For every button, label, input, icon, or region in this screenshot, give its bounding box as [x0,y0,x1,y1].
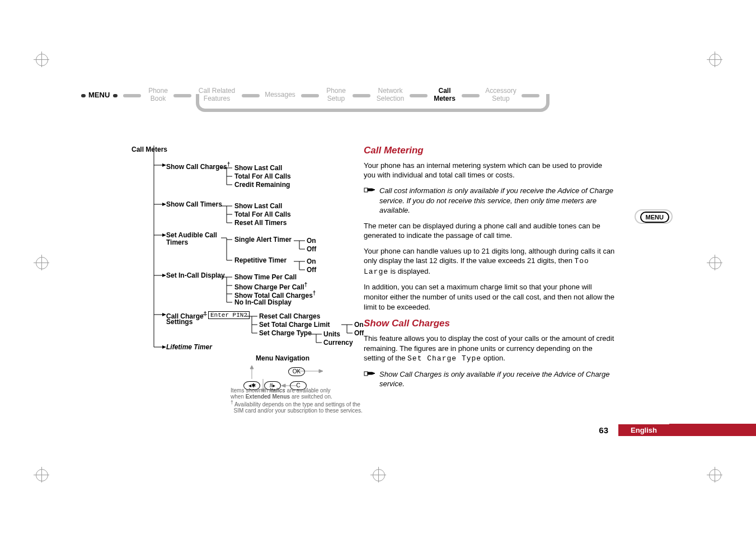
menu-marker [81,94,86,97]
node-total-all-calls: Total For All Calls [234,172,291,180]
svg-rect-15 [364,188,368,192]
node-on: On [354,321,364,329]
registration-mark [707,255,722,270]
note-show-call-charges: Show Call Charges is only available if y… [364,369,616,389]
key-ok: OK [288,367,305,376]
svg-rect-16 [364,372,368,376]
node-single-alert-timer: Single Alert Timer [234,236,292,243]
node-show-last-call-2: Show Last Call [234,202,282,210]
paragraph: Your phone has an internal metering syst… [364,161,616,180]
svg-marker-5 [162,313,166,316]
page-number: 63 [599,425,608,435]
heading-call-metering: Call Metering [364,144,616,157]
crumb-phone-book: Phone Book [143,87,173,102]
crumb-connector [173,94,191,97]
registration-mark [34,255,49,270]
crumb-connector [123,94,141,97]
node-set-audible-call: Set Audible Call [166,231,217,239]
node-off: Off [307,245,316,253]
menu-navigation-legend: Menu Navigation OK ◂✱ #▸ C [229,354,336,392]
registration-mark [707,467,722,483]
svg-marker-2 [162,203,166,206]
node-total-all-calls-2: Total For All Calls [234,210,291,218]
node-reset-all-timers: Reset All Timers [234,219,287,227]
node-show-last-call: Show Last Call [234,164,282,172]
registration-mark [34,467,49,483]
svg-marker-8 [250,366,253,369]
node-settings: Settings [166,318,192,326]
node-set-in-call-display: Set In-Call Display [166,271,225,279]
node-show-call-timers: Show Call Timers [166,200,222,208]
node-on: On [307,257,316,265]
node-reset-call-charges: Reset Call Charges [259,312,320,320]
menu-breadcrumb: MENU Phone Book Call Related Features Me… [84,84,644,115]
menu-nav-title: Menu Navigation [229,354,336,362]
paragraph: In addition, you can set a maximum charg… [364,282,616,312]
node-on: On [307,237,316,245]
svg-marker-3 [162,233,166,237]
menu-root-label: MENU [88,91,110,99]
node-currency: Currency [323,339,353,346]
node-show-call-charges: Show Call Charges† [166,161,230,171]
language-badge: English [618,424,669,436]
pointing-hand-icon [364,369,376,380]
node-timers: Timers [166,238,188,246]
node-set-charge-type: Set Charge Type [259,329,312,337]
page-footer: 63 English [599,424,669,436]
registration-mark [707,51,722,67]
node-show-time-per-call: Show Time Per Call [234,273,297,281]
paragraph: This feature allows you to display the c… [364,334,616,364]
breadcrumb-return [196,94,550,112]
node-set-total-charge-limit: Set Total Charge Limit [259,321,330,329]
node-enter-pin2: Enter PIN2 [208,311,250,319]
content-column: Call Metering Your phone has an internal… [364,144,616,395]
node-credit-remaining: Credit Remaining [234,181,290,189]
node-off: Off [307,266,316,274]
node-repetitive-timer: Repetitive Timer [234,256,287,264]
node-off: Off [354,329,364,337]
call-meters-tree: Call Meters Show C [132,146,367,158]
heading-show-call-charges: Show Call Charges [364,317,616,330]
node-units: Units [323,330,340,338]
svg-marker-4 [162,274,166,277]
pointing-hand-icon [364,186,376,196]
registration-mark [34,51,49,67]
tree-footnotes: Items shown in Italics are available onl… [231,387,376,414]
registration-mark [370,467,386,483]
footer-red-strip [669,424,756,436]
paragraph: The meter can be displayed during a phon… [364,221,616,241]
svg-marker-1 [162,163,166,167]
node-lifetime-timer: Lifetime Timer [166,343,212,351]
node-no-in-call-display: No In-Call Display [234,298,292,306]
paragraph: Your phone can handle values up to 21 di… [364,246,616,277]
menu-marker [113,94,118,97]
svg-marker-12 [319,369,323,373]
note-call-cost: Call cost information is only available … [364,186,616,216]
svg-marker-6 [162,345,166,349]
side-menu-badge: MENU [640,212,669,223]
